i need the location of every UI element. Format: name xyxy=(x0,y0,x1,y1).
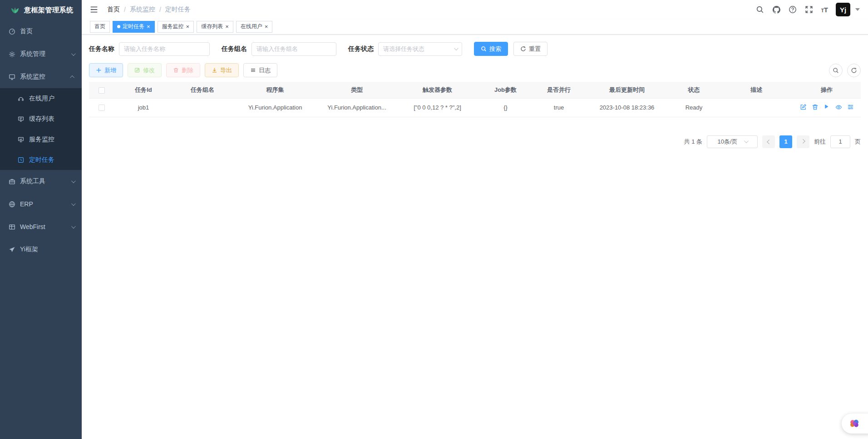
select-all-checkbox[interactable] xyxy=(99,87,105,94)
task-group-input[interactable] xyxy=(252,42,336,56)
sidebar-item-online-users[interactable]: 在线用户 xyxy=(0,88,82,109)
sidebar-item-erp[interactable]: ERP xyxy=(0,193,82,215)
headset-icon xyxy=(17,95,25,102)
column-header: 触发器参数 xyxy=(395,82,479,98)
column-header: 类型 xyxy=(318,82,395,98)
reset-button[interactable]: 重置 xyxy=(513,42,547,56)
refresh-table-button[interactable] xyxy=(847,64,861,77)
search-button[interactable]: 搜索 xyxy=(474,42,508,56)
task-group-label: 任务组名 xyxy=(222,45,247,53)
topbar: 首页 / 系统监控 / 定时任务 TT Yj xyxy=(82,0,868,19)
sidebar-item-home[interactable]: 首页 xyxy=(0,20,82,43)
log-detail-icon[interactable] xyxy=(847,104,854,110)
font-size-icon[interactable]: TT xyxy=(821,6,828,14)
column-header: Job参数 xyxy=(479,82,532,98)
sidebar-item-label: 定时任务 xyxy=(29,156,54,164)
tab-online-users[interactable]: 在线用户 × xyxy=(236,21,273,33)
sidebar-item-label: 系统监控 xyxy=(20,73,45,81)
tab-cache-list[interactable]: 缓存列表 × xyxy=(197,21,233,33)
active-dot-icon xyxy=(117,25,120,28)
cell-assembly: Yi.Furion.Application xyxy=(232,98,318,117)
tasks-table: 任务Id 任务组名 程序集 类型 触发器参数 Job参数 是否并行 最后更新时间… xyxy=(89,82,861,117)
search-icon[interactable] xyxy=(756,5,764,14)
task-name-input[interactable] xyxy=(119,42,210,56)
collapse-sidebar-icon[interactable] xyxy=(90,5,99,14)
page-unit-label: 页 xyxy=(855,138,861,146)
cell-task-id: job1 xyxy=(114,98,173,117)
prev-page-button[interactable] xyxy=(762,135,775,148)
avatar[interactable]: Yj xyxy=(836,3,850,16)
sidebar-item-cache-list[interactable]: 缓存列表 xyxy=(0,109,82,129)
trash-icon[interactable] xyxy=(812,104,819,110)
breadcrumb-separator: / xyxy=(159,6,161,13)
close-icon[interactable]: × xyxy=(225,24,229,30)
edit-icon[interactable] xyxy=(800,104,807,110)
app-root: 意框架管理系统 首页 系统管理 系统监控 在线用户 缓存列表 xyxy=(0,0,868,439)
cell-updated: 2023-10-08 18:23:36 xyxy=(586,98,668,117)
close-icon[interactable]: × xyxy=(186,24,190,30)
sidebar-item-label: 服务监控 xyxy=(29,135,54,144)
export-button-label: 导出 xyxy=(220,66,232,75)
column-header: 程序集 xyxy=(232,82,318,98)
eye-icon[interactable] xyxy=(835,104,842,110)
sidebar-item-scheduled-tasks[interactable]: 定时任务 xyxy=(0,150,82,170)
chevron-right-icon xyxy=(800,139,805,144)
cell-type: Yi.Furion.Application... xyxy=(318,98,395,117)
page-size-select[interactable]: 10条/页 xyxy=(707,135,758,148)
close-icon[interactable]: × xyxy=(147,24,150,30)
github-icon[interactable] xyxy=(772,5,781,14)
timer-icon xyxy=(17,156,25,164)
sidebar-item-service-monitor[interactable]: 服务监控 xyxy=(0,129,82,150)
assistant-float-button[interactable] xyxy=(842,414,868,434)
chevron-left-icon xyxy=(767,140,771,144)
row-checkbox[interactable] xyxy=(99,105,105,111)
leaf-logo-icon xyxy=(10,5,20,15)
chevron-down-icon xyxy=(71,224,76,229)
search-icon xyxy=(481,46,487,52)
globe-icon xyxy=(8,200,15,208)
breadcrumb-system-monitor: 系统监控 xyxy=(130,5,155,14)
sidebar-item-system-management[interactable]: 系统管理 xyxy=(0,43,82,65)
row-actions xyxy=(800,104,854,110)
edit-icon xyxy=(134,67,140,73)
tab-home[interactable]: 首页 xyxy=(90,21,110,33)
task-name-label: 任务名称 xyxy=(89,45,114,53)
show-search-button[interactable] xyxy=(829,64,843,77)
tab-label: 缓存列表 xyxy=(201,23,223,30)
chevron-down-icon[interactable] xyxy=(855,8,860,11)
tab-scheduled-tasks[interactable]: 定时任务 × xyxy=(113,21,155,33)
chevron-down-icon xyxy=(71,179,76,183)
help-icon[interactable] xyxy=(789,5,797,14)
sidebar-submenu-system-monitor: 在线用户 缓存列表 服务监控 定时任务 xyxy=(0,88,82,170)
export-button[interactable]: 导出 xyxy=(205,63,239,77)
task-status-select[interactable]: 请选择任务状态 xyxy=(378,42,462,56)
download-icon xyxy=(212,67,217,73)
select-placeholder: 请选择任务状态 xyxy=(383,45,424,53)
page-number-button[interactable]: 1 xyxy=(779,135,792,148)
breadcrumb-home[interactable]: 首页 xyxy=(107,5,120,14)
cell-group xyxy=(173,98,232,117)
breadcrumb-current: 定时任务 xyxy=(165,5,191,14)
sidebar-item-system-tools[interactable]: 系统工具 xyxy=(0,170,82,193)
goto-page-input[interactable] xyxy=(830,135,850,148)
edit-button-label: 修改 xyxy=(143,66,155,75)
sidebar-item-label: 缓存列表 xyxy=(29,115,54,123)
fullscreen-icon[interactable] xyxy=(805,5,814,14)
goto-label: 前往 xyxy=(814,138,826,146)
chevron-down-icon xyxy=(454,46,459,50)
add-button[interactable]: 新增 xyxy=(89,63,123,77)
log-button[interactable]: 日志 xyxy=(243,63,277,77)
close-icon[interactable]: × xyxy=(265,24,268,30)
sidebar-item-webfirst[interactable]: WebFirst xyxy=(0,215,82,238)
cell-description xyxy=(720,98,793,117)
chevron-down-icon xyxy=(71,51,76,56)
play-icon[interactable] xyxy=(824,104,830,110)
tabbar: 首页 定时任务 × 服务监控 × 缓存列表 × 在线用户 × xyxy=(82,19,868,35)
sidebar-item-system-monitor[interactable]: 系统监控 xyxy=(0,65,82,88)
pagination: 共 1 条 10条/页 1 前往 页 xyxy=(89,135,861,148)
sidebar-item-yi-framework[interactable]: Yi框架 xyxy=(0,238,82,261)
column-header: 任务Id xyxy=(114,82,173,98)
sidebar-item-label: ERP xyxy=(20,200,33,208)
next-page-button[interactable] xyxy=(797,135,809,148)
tab-service-monitor[interactable]: 服务监控 × xyxy=(158,21,194,33)
